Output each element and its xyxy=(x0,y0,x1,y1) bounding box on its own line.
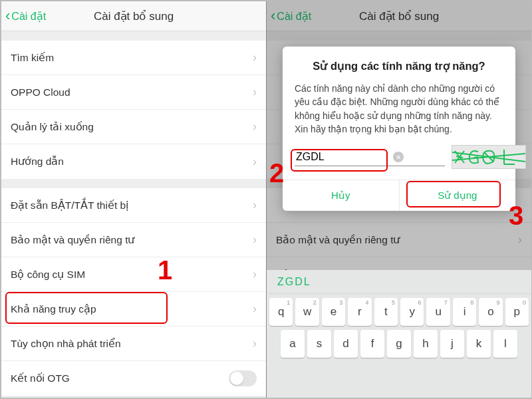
row-downloads[interactable]: Quản lý tải xuống› xyxy=(1,110,266,144)
keyboard: ZGDL q1w2e3r4t5y6u7i8o9p0 asdfghjkl xyxy=(267,270,531,398)
key-u[interactable]: u7 xyxy=(426,298,450,326)
row-sim-toolkit[interactable]: Bộ công cụ SIM› xyxy=(1,257,266,292)
captcha-input[interactable] xyxy=(295,148,445,166)
key-j[interactable]: j xyxy=(440,330,464,358)
key-l[interactable]: l xyxy=(493,330,517,358)
key-y[interactable]: y6 xyxy=(400,298,424,326)
row-developer[interactable]: Tùy chọn nhà phát triển› xyxy=(1,327,266,361)
key-i[interactable]: i8 xyxy=(453,298,476,326)
keyboard-suggestion[interactable]: ZGDL xyxy=(267,270,531,294)
key-o[interactable]: o9 xyxy=(479,298,502,326)
key-k[interactable]: k xyxy=(467,330,491,358)
key-p[interactable]: p0 xyxy=(505,298,529,326)
chevron-right-icon: › xyxy=(253,51,257,65)
otg-toggle[interactable] xyxy=(229,370,257,386)
row-otg[interactable]: Kết nối OTG xyxy=(1,361,266,396)
key-w[interactable]: w2 xyxy=(295,298,319,326)
settings-group-1: Tìm kiếm› OPPO Cloud› Quản lý tải xuống›… xyxy=(1,41,266,179)
chevron-right-icon: › xyxy=(253,155,257,169)
back-label: Cài đặt xyxy=(11,10,46,23)
row-guide[interactable]: Hướng dẫn› xyxy=(1,144,266,179)
key-a[interactable]: a xyxy=(281,330,305,358)
row-privacy[interactable]: Bảo mật và quyền riêng tư› xyxy=(1,223,266,257)
cancel-button[interactable]: Hủy xyxy=(283,180,399,211)
chevron-right-icon: › xyxy=(253,120,257,134)
chevron-left-icon: ‹ xyxy=(5,7,10,25)
key-s[interactable]: s xyxy=(307,330,331,358)
key-q[interactable]: q1 xyxy=(269,298,293,326)
dialog-title: Sử dụng các tính năng trợ năng? xyxy=(295,60,503,72)
chevron-right-icon: › xyxy=(253,267,257,281)
chevron-right-icon: › xyxy=(253,302,257,316)
key-g[interactable]: g xyxy=(387,330,411,358)
chevron-right-icon: › xyxy=(253,336,257,350)
settings-group-2: Đặt sẵn BẬT/TẮT thiết bị› Bảo mật và quy… xyxy=(1,188,266,396)
chevron-right-icon: › xyxy=(253,85,257,99)
chevron-right-icon: › xyxy=(253,233,257,247)
row-power-schedule[interactable]: Đặt sẵn BẬT/TẮT thiết bị› xyxy=(1,188,266,223)
nav-bar: ‹ Cài đặt Cài đặt bổ sung xyxy=(1,1,266,31)
dialog-body: Các tính năng này chỉ dành cho những ngư… xyxy=(295,82,503,136)
row-oppo-cloud[interactable]: OPPO Cloud› xyxy=(1,75,266,110)
accessibility-dialog: Sử dụng các tính năng trợ năng? Các tính… xyxy=(283,47,515,211)
key-r[interactable]: r4 xyxy=(348,298,371,326)
key-h[interactable]: h xyxy=(414,330,438,358)
back-button[interactable]: ‹ Cài đặt xyxy=(1,7,46,25)
key-t[interactable]: t5 xyxy=(374,298,398,326)
row-accessibility[interactable]: Khả năng truy cập› xyxy=(1,292,266,327)
captcha-image xyxy=(452,145,526,169)
confirm-button[interactable]: Sử dụng xyxy=(399,180,516,211)
key-d[interactable]: d xyxy=(334,330,358,358)
key-f[interactable]: f xyxy=(360,330,384,358)
row-search[interactable]: Tìm kiếm› xyxy=(1,41,266,75)
svg-line-1 xyxy=(452,152,525,162)
chevron-right-icon: › xyxy=(253,198,257,212)
key-e[interactable]: e3 xyxy=(322,298,345,326)
